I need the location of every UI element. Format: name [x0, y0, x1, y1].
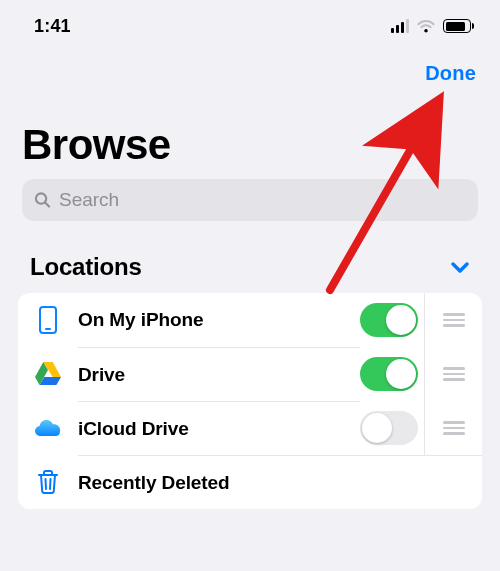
list-item-drive[interactable]: Drive [18, 347, 482, 401]
toggle-on-my-iphone[interactable] [360, 303, 418, 337]
search-wrap [0, 179, 500, 235]
google-drive-icon [34, 361, 62, 387]
toggle-icloud-drive[interactable] [360, 411, 418, 445]
locations-header[interactable]: Locations [0, 235, 500, 293]
page-title: Browse [22, 121, 478, 169]
done-button[interactable]: Done [425, 62, 476, 85]
status-icons [391, 19, 474, 33]
icloud-icon [33, 417, 63, 439]
chevron-down-icon [450, 260, 470, 274]
wifi-icon [416, 19, 436, 33]
list-item-recently-deleted[interactable]: Recently Deleted [18, 455, 482, 509]
search-field[interactable] [22, 179, 478, 221]
status-bar: 1:41 [0, 0, 500, 44]
svg-line-1 [45, 203, 49, 207]
search-input[interactable] [59, 189, 466, 211]
list-item-label: iCloud Drive [78, 418, 189, 440]
status-time: 1:41 [34, 16, 71, 37]
reorder-handle-icon[interactable] [443, 313, 465, 327]
reorder-handle-icon[interactable] [443, 421, 465, 435]
search-icon [34, 191, 51, 209]
list-item-label: Drive [78, 364, 125, 386]
nav-bar: Done [0, 44, 500, 89]
list-item-icloud-drive[interactable]: iCloud Drive [18, 401, 482, 455]
locations-list: On My iPhone Drive [18, 293, 482, 509]
iphone-icon [39, 306, 57, 334]
svg-line-3 [50, 479, 51, 489]
trash-icon [36, 468, 60, 496]
battery-icon [443, 19, 474, 33]
toggle-drive[interactable] [360, 357, 418, 391]
list-item-on-my-iphone[interactable]: On My iPhone [18, 293, 482, 347]
locations-header-label: Locations [30, 253, 142, 281]
cellular-icon [391, 19, 409, 33]
reorder-handle-icon[interactable] [443, 367, 465, 381]
page-title-wrap: Browse [0, 89, 500, 179]
list-item-label: On My iPhone [78, 309, 203, 331]
svg-line-2 [46, 479, 47, 489]
list-item-label: Recently Deleted [78, 472, 230, 494]
